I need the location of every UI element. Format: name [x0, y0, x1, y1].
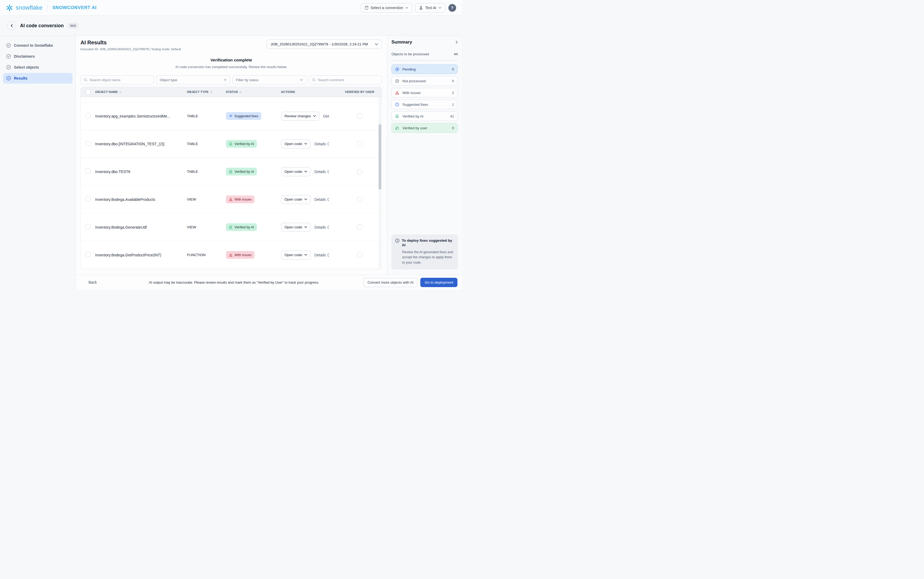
- chevron-down-icon: [304, 254, 307, 256]
- action-button[interactable]: Open code: [281, 139, 311, 149]
- object-type: TABLE: [187, 142, 222, 146]
- summary-chip[interactable]: Not processed 0: [391, 76, 458, 86]
- summary-chip[interactable]: Suggested fixes 1: [391, 100, 458, 109]
- chevron-down-icon: [304, 143, 307, 145]
- select-connection-button[interactable]: Select a connection: [361, 3, 412, 13]
- summary-chip[interactable]: With issues 2: [391, 88, 458, 98]
- details-label: Details: [314, 170, 326, 174]
- row-checkbox[interactable]: [85, 224, 90, 229]
- action-button-label: Open code: [284, 253, 302, 257]
- sidebar-step-label: Results: [14, 76, 28, 80]
- status-badge: Verified by AI: [226, 140, 257, 148]
- external-link-icon: [328, 198, 329, 201]
- row-checkbox[interactable]: [85, 252, 90, 257]
- chip-label: Verified by AI: [402, 114, 423, 118]
- verified-by-user-checkbox[interactable]: [357, 141, 362, 146]
- select-all-checkbox[interactable]: [85, 90, 90, 95]
- status-label: Suggested fixes: [235, 114, 258, 118]
- status-label: With issues: [235, 198, 251, 201]
- details-link[interactable]: Details: [314, 197, 329, 202]
- test-ai-button[interactable]: Test AI: [415, 3, 445, 13]
- chevron-down-icon: [405, 7, 408, 9]
- x-circle-icon: [395, 79, 399, 83]
- brand-wordmark: snowflake: [16, 4, 43, 11]
- sidebar-step[interactable]: Disclaimers: [3, 51, 72, 62]
- sidebar-step[interactable]: Connect to Snowflake: [3, 40, 72, 51]
- search-comment-input[interactable]: [318, 78, 379, 82]
- row-checkbox[interactable]: [85, 196, 90, 201]
- help-button[interactable]: ?: [448, 4, 456, 12]
- summary-chip[interactable]: Pending 0: [391, 64, 458, 74]
- details-label: Details: [314, 197, 326, 202]
- sidebar-step[interactable]: Results: [3, 73, 72, 83]
- status-badge: Verified by AI: [226, 168, 257, 175]
- brand-divider: [47, 4, 48, 11]
- chip-count: 41: [450, 114, 454, 118]
- verified-by-user-checkbox[interactable]: [357, 169, 362, 174]
- external-link-icon: [328, 170, 329, 173]
- footer-back-button[interactable]: Back: [80, 280, 105, 285]
- details-link[interactable]: Details: [314, 170, 329, 174]
- object-name: Inventory.apg_examples.SemistructuredMe.…: [95, 114, 187, 118]
- search-icon: [312, 78, 316, 82]
- search-object-input[interactable]: [90, 78, 151, 82]
- warning-triangle-icon: [229, 253, 233, 257]
- object-type: VIEW: [187, 225, 222, 229]
- chevron-down-icon: [304, 171, 307, 173]
- partially-scrolled-row: [81, 97, 382, 102]
- search-comment-field[interactable]: [309, 75, 382, 84]
- verified-by-user-checkbox[interactable]: [357, 197, 362, 202]
- warning-triangle-icon: [395, 91, 399, 95]
- row-checkbox[interactable]: [85, 113, 90, 118]
- back-button[interactable]: [8, 21, 16, 30]
- project-badge: test: [68, 23, 78, 28]
- status-filter-select[interactable]: Filter by status: [233, 75, 306, 84]
- chevron-down-icon: [224, 79, 227, 81]
- object-type-select[interactable]: Object type: [156, 75, 230, 84]
- summary-chip[interactable]: Verified by user 0: [391, 123, 458, 133]
- info-circle-icon: [395, 103, 399, 106]
- action-button[interactable]: Open code: [281, 195, 311, 204]
- steps-sidebar: Connect to Snowflake Disclaimers Select …: [0, 36, 75, 290]
- verification-banner: Verification complete AI code conversion…: [80, 58, 382, 69]
- row-checkbox[interactable]: [85, 141, 90, 146]
- chevron-right-icon: [456, 41, 458, 44]
- details-link[interactable]: Details: [314, 142, 329, 146]
- object-name: Inventory.Bodega.AvailableProducts: [95, 197, 187, 202]
- verified-by-user-checkbox[interactable]: [357, 225, 362, 230]
- sidebar-step[interactable]: Select objects: [3, 62, 72, 73]
- collapse-panel-button[interactable]: [456, 41, 458, 44]
- details-link[interactable]: Details: [323, 114, 329, 118]
- details-link[interactable]: Details: [314, 225, 329, 229]
- convert-more-button[interactable]: Convert more objects with AI: [363, 278, 418, 287]
- action-button[interactable]: Open code: [281, 250, 311, 260]
- chevron-down-icon: [304, 198, 307, 200]
- sidebar-step-label: Connect to Snowflake: [14, 43, 53, 47]
- verified-by-user-checkbox[interactable]: [357, 113, 362, 119]
- chip-label: With issues: [402, 91, 421, 95]
- details-label: Details: [323, 114, 329, 118]
- flask-snowflake-icon: [419, 6, 423, 10]
- action-button[interactable]: Review changes: [281, 112, 320, 121]
- sort-icon[interactable]: ↑↓: [210, 90, 212, 93]
- object-name: Inventory.Bodega.GenerateUdf: [95, 225, 187, 229]
- row-checkbox[interactable]: [85, 168, 90, 173]
- action-button-label: Open code: [284, 170, 302, 173]
- action-button[interactable]: Open code: [281, 223, 311, 232]
- thumbs-up-icon: [395, 126, 399, 130]
- ai-verified-check-icon: [229, 226, 233, 229]
- action-button[interactable]: Open code: [281, 167, 311, 176]
- sort-icon[interactable]: ↑↓: [239, 90, 241, 93]
- external-link-icon: [328, 226, 329, 229]
- snowflake-logo-icon: [6, 4, 13, 11]
- go-to-deployment-button[interactable]: Go to deployment: [420, 278, 458, 287]
- table-scrollbar-thumb[interactable]: [379, 124, 381, 190]
- verified-by-user-checkbox[interactable]: [357, 252, 362, 257]
- page-title: AI code conversion: [20, 23, 64, 29]
- sort-icon[interactable]: ↑↓: [119, 90, 121, 93]
- summary-chip[interactable]: Verified by AI 41: [391, 111, 458, 121]
- search-icon: [84, 78, 87, 82]
- search-object-field[interactable]: [80, 75, 154, 84]
- details-link[interactable]: Details: [314, 253, 329, 257]
- job-selector[interactable]: JOB_20260130202421_2QZ78W78 - 1/30/2026,…: [267, 39, 382, 49]
